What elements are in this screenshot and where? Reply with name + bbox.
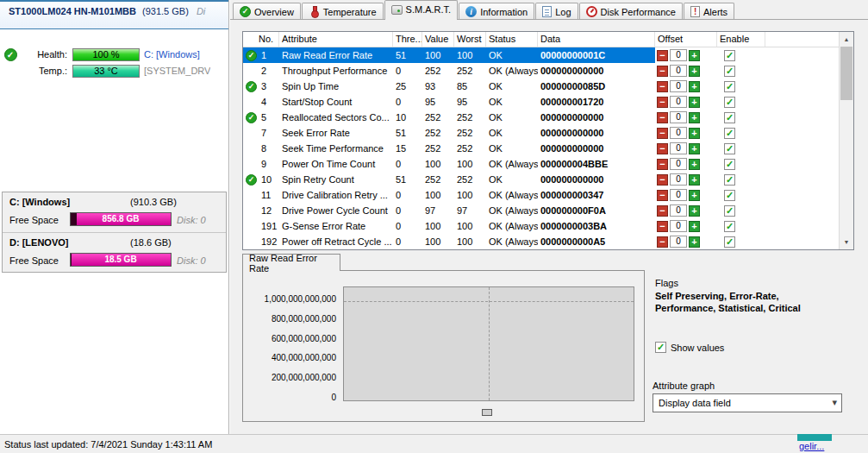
offset-value-box[interactable]: 0	[670, 189, 687, 201]
offset-value-box[interactable]: 0	[670, 111, 687, 123]
smart-attribute-row[interactable]: ✓10Spin Retry Count51252252OK00000000000…	[243, 172, 853, 187]
attribute-detail-tab-label: Raw Read Error Rate	[249, 253, 340, 274]
offset-increase-button[interactable]: +	[689, 190, 700, 201]
scrollbar-up-arrow[interactable]: ▲	[840, 32, 853, 47]
tab-alerts[interactable]: Alerts	[684, 3, 734, 20]
offset-value-box[interactable]: 0	[670, 220, 687, 232]
enable-checkbox[interactable]: ✓	[724, 190, 735, 201]
smart-attribute-row[interactable]: 9Power On Time Count0100100OK (Always...…	[243, 156, 853, 172]
attribute-ok-icon: ✓	[246, 112, 257, 123]
offset-decrease-button[interactable]: −	[657, 50, 668, 61]
smart-attribute-row[interactable]: 192Power off Retract Cycle ...0100100OK …	[243, 234, 853, 249]
offset-increase-button[interactable]: +	[689, 112, 700, 123]
offset-decrease-button[interactable]: −	[657, 143, 668, 154]
smart-attribute-row[interactable]: 191G-Sense Error Rate0100100OK (Always..…	[243, 218, 853, 234]
offset-value-box[interactable]: 0	[670, 158, 687, 170]
smart-attribute-row[interactable]: 8Seek Time Performance15252252OK00000000…	[243, 141, 853, 156]
column-header-enable[interactable]: Enable	[717, 32, 765, 47]
offset-decrease-button[interactable]: −	[657, 205, 668, 217]
attribute-graph-select[interactable]: Display data field ▾	[653, 393, 842, 412]
enable-checkbox[interactable]: ✓	[724, 66, 735, 77]
column-header-offset[interactable]: Offset	[655, 32, 717, 47]
tab-overview[interactable]: ✓ Overview	[233, 3, 301, 20]
scrollbar-thumb[interactable]	[840, 47, 852, 100]
column-header-attribute[interactable]: Attribute	[279, 32, 393, 47]
offset-decrease-button[interactable]: −	[657, 221, 668, 232]
chart-y-tick-label: 200,000,000,000	[243, 373, 336, 382]
scrollbar-down-arrow[interactable]: ▼	[840, 235, 853, 249]
tab-disk-performance[interactable]: Disk Performance	[579, 3, 683, 20]
enable-checkbox[interactable]: ✓	[724, 81, 735, 92]
offset-value-box[interactable]: 0	[670, 204, 687, 217]
offset-increase-button[interactable]: +	[689, 97, 700, 108]
offset-increase-button[interactable]: +	[689, 159, 700, 170]
drive-selector-item[interactable]: ST1000LM024 HN-M101MBB (931.5 GB) Di	[0, 0, 228, 29]
vertical-scrollbar[interactable]: ▲ ▼	[839, 32, 853, 249]
offset-increase-button[interactable]: +	[689, 128, 700, 139]
smart-attribute-row[interactable]: 4Start/Stop Count09595OK000000001720−0+✓	[243, 94, 853, 110]
volume-item[interactable]: D: [LENOVO] (18.6 GB) Free Space 18.5 GB…	[3, 232, 226, 272]
enable-checkbox[interactable]: ✓	[724, 50, 735, 61]
column-header-data[interactable]: Data	[538, 32, 655, 47]
tab-information[interactable]: Information	[459, 3, 534, 20]
volume-size: (18.6 GB)	[130, 237, 172, 248]
enable-checkbox[interactable]: ✓	[724, 236, 735, 248]
offset-increase-button[interactable]: +	[689, 174, 700, 186]
smart-attribute-row[interactable]: 2Throughput Performance0252252OK (Always…	[243, 63, 853, 79]
chart-range-slider-handle[interactable]	[482, 409, 492, 416]
smart-attribute-row[interactable]: ✓1Raw Read Error Rate51100100OK000000000…	[243, 47, 853, 63]
enable-checkbox[interactable]: ✓	[724, 221, 735, 232]
enable-checkbox[interactable]: ✓	[724, 205, 735, 217]
offset-decrease-button[interactable]: −	[657, 128, 668, 139]
attribute-detail-tab[interactable]: Raw Read Error Rate	[242, 254, 340, 271]
offset-value-box[interactable]: 0	[670, 65, 687, 77]
offset-value-box[interactable]: 0	[670, 173, 687, 186]
offset-value-box[interactable]: 0	[670, 96, 687, 108]
column-header-value[interactable]: Value	[422, 32, 454, 47]
tab-temperature[interactable]: Temperature	[302, 3, 384, 20]
offset-increase-button[interactable]: +	[689, 221, 700, 232]
offset-decrease-button[interactable]: −	[657, 81, 668, 92]
enable-checkbox[interactable]: ✓	[724, 159, 735, 170]
offset-decrease-button[interactable]: −	[657, 236, 668, 248]
offset-increase-button[interactable]: +	[689, 236, 700, 248]
enable-checkbox[interactable]: ✓	[724, 143, 735, 154]
column-header-no[interactable]: No.	[243, 32, 279, 47]
smart-attribute-row[interactable]: ✓5Reallocated Sectors Co...10252252OK000…	[243, 110, 853, 125]
offset-value-box[interactable]: 0	[670, 236, 687, 248]
offset-value-box[interactable]: 0	[670, 127, 687, 139]
offset-increase-button[interactable]: +	[689, 143, 700, 154]
smart-attribute-row[interactable]: 11Drive Calibration Retry ...0100100OK (…	[243, 187, 853, 203]
flags-value: Self Preserving, Error-Rate, Performance…	[655, 290, 840, 314]
enable-checkbox[interactable]: ✓	[724, 128, 735, 139]
enable-checkbox[interactable]: ✓	[724, 97, 735, 108]
offset-increase-button[interactable]: +	[689, 50, 700, 61]
volume-item[interactable]: C: [Windows] (910.3 GB) Free Space 856.8…	[3, 192, 226, 232]
column-header-threshold[interactable]: Thre...	[393, 32, 422, 47]
offset-increase-button[interactable]: +	[689, 205, 700, 217]
offset-decrease-button[interactable]: −	[657, 190, 668, 201]
offset-decrease-button[interactable]: −	[657, 159, 668, 170]
offset-increase-button[interactable]: +	[689, 66, 700, 77]
smart-attribute-row[interactable]: 7Seek Error Rate51252252OK000000000000−0…	[243, 125, 853, 141]
offset-value-box[interactable]: 0	[670, 142, 687, 154]
tab-log[interactable]: Log	[535, 3, 578, 20]
offset-decrease-button[interactable]: −	[657, 97, 668, 108]
offset-decrease-button[interactable]: −	[657, 174, 668, 186]
offset-increase-button[interactable]: +	[689, 81, 700, 92]
offset-decrease-button[interactable]: −	[657, 66, 668, 77]
attribute-name: Seek Time Performance	[279, 143, 393, 154]
column-header-status[interactable]: Status	[486, 32, 538, 47]
chart-gridline-vertical	[489, 287, 490, 400]
offset-value-box[interactable]: 0	[670, 80, 687, 92]
enable-checkbox[interactable]: ✓	[724, 174, 735, 186]
offset-value-box[interactable]: 0	[670, 49, 687, 61]
smart-attribute-row[interactable]: ✓3Spin Up Time259385OK00000000085D−0+✓	[243, 79, 853, 94]
enable-checkbox[interactable]: ✓	[724, 112, 735, 123]
smart-attribute-row[interactable]: 12Drive Power Cycle Count09797OK (Always…	[243, 203, 853, 218]
show-values-row[interactable]: ✓ Show values	[655, 342, 724, 353]
show-values-checkbox[interactable]: ✓	[655, 342, 666, 353]
column-header-worst[interactable]: Worst	[454, 32, 486, 47]
offset-decrease-button[interactable]: −	[657, 112, 668, 123]
tab-smart[interactable]: S.M.A.R.T.	[384, 0, 459, 20]
